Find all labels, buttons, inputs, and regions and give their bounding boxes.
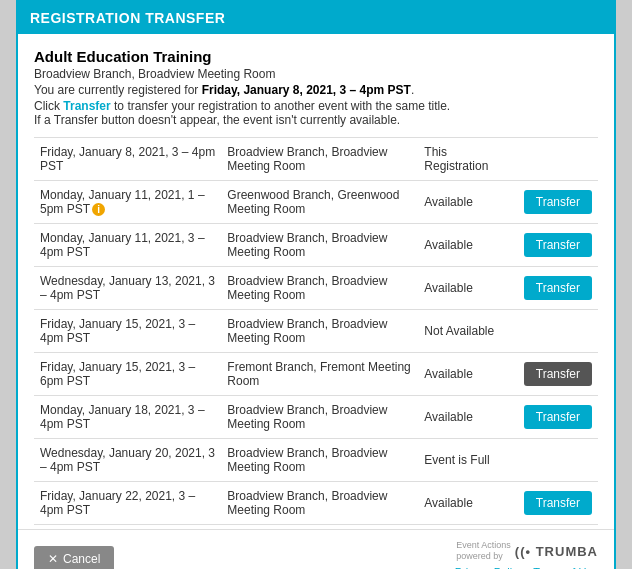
info-icon: i (92, 203, 105, 216)
action-cell (518, 310, 598, 353)
status-cell: Available (418, 267, 517, 310)
location-cell: Broadview Branch, Broadview Meeting Room (221, 310, 418, 353)
date-cell: Friday, January 15, 2021, 3 – 6pm PST (34, 353, 221, 396)
action-cell (518, 439, 598, 482)
status-cell: Available (418, 482, 517, 525)
action-cell: Transfer (518, 224, 598, 267)
modal-header: REGISTRATION TRANSFER (18, 2, 614, 34)
table-row: Monday, January 11, 2021, 1 – 5pm PSTiGr… (34, 181, 598, 224)
action-cell: Transfer (518, 482, 598, 525)
event-description: You are currently registered for Friday,… (34, 83, 598, 97)
location-cell: Broadview Branch, Broadview Meeting Room (221, 138, 418, 181)
location-cell: Broadview Branch, Broadview Meeting Room (221, 396, 418, 439)
transfer-button[interactable]: Transfer (524, 190, 592, 214)
trumba-branding: Event Actions powered by ((• TRUMBA (456, 540, 598, 562)
date-cell: Friday, January 22, 2021, 3 – 4pm PST (34, 482, 221, 525)
location-cell: Broadview Branch, Broadview Meeting Room (221, 439, 418, 482)
table-row: Monday, January 18, 2021, 3 – 4pm PSTBro… (34, 396, 598, 439)
trumba-logo: ((• TRUMBA (515, 544, 598, 559)
registration-transfer-modal: REGISTRATION TRANSFER Adult Education Tr… (16, 0, 616, 569)
table-row: Wednesday, January 20, 2021, 3 – 4pm PST… (34, 439, 598, 482)
table-row: Friday, January 8, 2021, 3 – 4pm PSTBroa… (34, 138, 598, 181)
location-cell: Broadview Branch, Broadview Meeting Room (221, 267, 418, 310)
event-title: Adult Education Training (34, 48, 598, 65)
status-cell: Available (418, 181, 517, 224)
status-cell: Available (418, 224, 517, 267)
status-cell: Not Available (418, 310, 517, 353)
modal-body: Adult Education Training Broadview Branc… (18, 34, 614, 525)
x-icon: ✕ (48, 552, 58, 566)
date-cell: Monday, January 18, 2021, 3 – 4pm PST (34, 396, 221, 439)
date-cell: Monday, January 11, 2021, 1 – 5pm PSTi (34, 181, 221, 224)
action-cell (518, 138, 598, 181)
status-cell: Available (418, 353, 517, 396)
action-cell: Transfer (518, 181, 598, 224)
cancel-label: Cancel (63, 552, 100, 566)
date-cell: Friday, January 15, 2021, 3 – 4pm PST (34, 310, 221, 353)
transfer-button[interactable]: Transfer (524, 491, 592, 515)
modal-footer: ✕ Cancel Event Actions powered by ((• TR… (18, 529, 614, 569)
action-cell: Transfer (518, 353, 598, 396)
table-row: Friday, January 22, 2021, 3 – 4pm PSTBro… (34, 482, 598, 525)
location-cell: Broadview Branch, Broadview Meeting Room (221, 224, 418, 267)
action-cell: Transfer (518, 396, 598, 439)
date-cell: Monday, January 11, 2021, 3 – 4pm PST (34, 224, 221, 267)
table-row: Monday, January 11, 2021, 3 – 4pm PSTBro… (34, 224, 598, 267)
location-cell: Greenwood Branch, Greenwood Meeting Room (221, 181, 418, 224)
status-cell: Available (418, 396, 517, 439)
date-cell: Wednesday, January 20, 2021, 3 – 4pm PST (34, 439, 221, 482)
table-row: Wednesday, January 13, 2021, 3 – 4pm PST… (34, 267, 598, 310)
date-cell: Friday, January 8, 2021, 3 – 4pm PST (34, 138, 221, 181)
transfer-button[interactable]: Transfer (524, 405, 592, 429)
transfer-button[interactable]: Transfer (524, 362, 592, 386)
event-location: Broadview Branch, Broadview Meeting Room (34, 67, 598, 81)
cancel-button[interactable]: ✕ Cancel (34, 546, 114, 569)
location-cell: Fremont Branch, Fremont Meeting Room (221, 353, 418, 396)
footer-right: Event Actions powered by ((• TRUMBA Priv… (455, 540, 598, 569)
status-cell: Event is Full (418, 439, 517, 482)
table-row: Friday, January 15, 2021, 3 – 6pm PSTFre… (34, 353, 598, 396)
location-cell: Broadview Branch, Broadview Meeting Room (221, 482, 418, 525)
action-cell: Transfer (518, 267, 598, 310)
table-row: Friday, January 15, 2021, 3 – 4pm PSTBro… (34, 310, 598, 353)
transfer-button[interactable]: Transfer (524, 233, 592, 257)
modal-title: REGISTRATION TRANSFER (30, 10, 225, 26)
event-note: Click Transfer to transfer your registra… (34, 99, 598, 127)
events-table: Friday, January 8, 2021, 3 – 4pm PSTBroa… (34, 137, 598, 525)
status-cell: ThisRegistration (418, 138, 517, 181)
transfer-button[interactable]: Transfer (524, 276, 592, 300)
date-cell: Wednesday, January 13, 2021, 3 – 4pm PST (34, 267, 221, 310)
